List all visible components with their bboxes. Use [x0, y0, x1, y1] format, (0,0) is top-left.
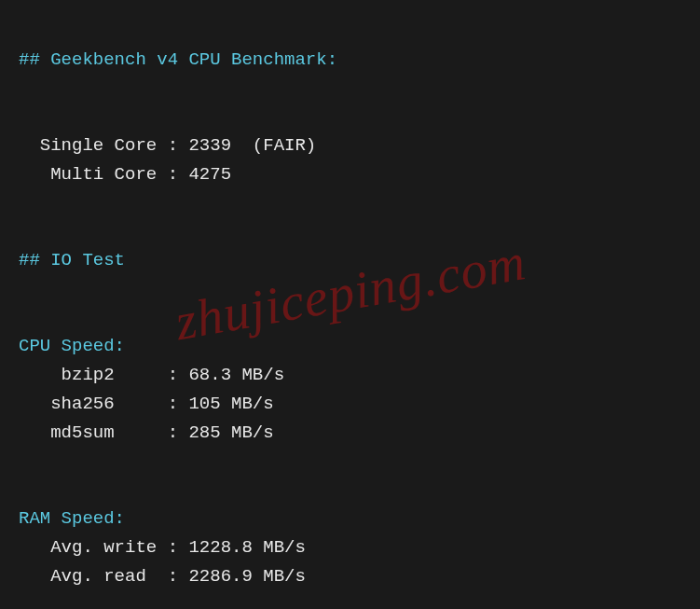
- io-test-heading: ## IO Test: [19, 250, 125, 270]
- cpu-sha256-line: sha256 : 105 MB/s: [19, 394, 274, 414]
- single-core-line: Single Core : 2339 (FAIR): [19, 135, 316, 156]
- cpu-md5sum-line: md5sum : 285 MB/s: [19, 422, 274, 443]
- cpu-bzip2-line: bzip2 : 68.3 MB/s: [19, 365, 284, 385]
- geekbench-heading: ## Geekbench v4 CPU Benchmark:: [19, 49, 337, 70]
- terminal-output: ## Geekbench v4 CPU Benchmark: Single Co…: [19, 17, 681, 609]
- ram-read-line: Avg. read : 2286.9 MB/s: [19, 566, 306, 587]
- ram-write-line: Avg. write : 1228.8 MB/s: [19, 537, 306, 558]
- multi-core-line: Multi Core : 4275: [19, 164, 231, 185]
- ram-speed-heading: RAM Speed:: [19, 508, 125, 529]
- cpu-speed-heading: CPU Speed:: [19, 336, 125, 356]
